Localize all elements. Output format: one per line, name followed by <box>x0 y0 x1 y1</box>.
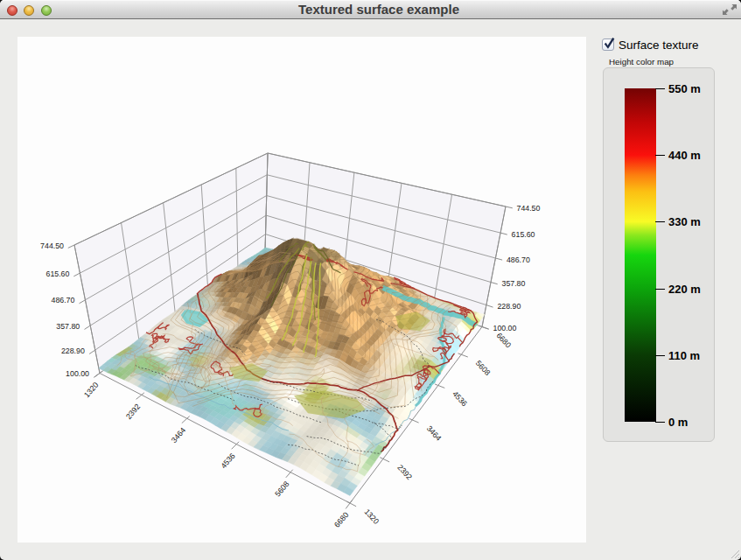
svg-text:744.50: 744.50 <box>40 242 64 250</box>
svg-text:486.70: 486.70 <box>507 256 530 264</box>
svg-text:357.80: 357.80 <box>502 279 526 288</box>
svg-text:100.00: 100.00 <box>66 369 89 378</box>
svg-text:357.80: 357.80 <box>56 322 80 331</box>
svg-text:615.60: 615.60 <box>45 270 69 278</box>
svg-text:744.50: 744.50 <box>517 204 541 213</box>
svg-text:486.70: 486.70 <box>51 296 74 304</box>
svg-text:228.90: 228.90 <box>497 302 521 311</box>
svg-text:615.60: 615.60 <box>512 230 535 239</box>
svg-text:228.90: 228.90 <box>61 346 85 355</box>
svg-text:100.00: 100.00 <box>493 324 517 332</box>
